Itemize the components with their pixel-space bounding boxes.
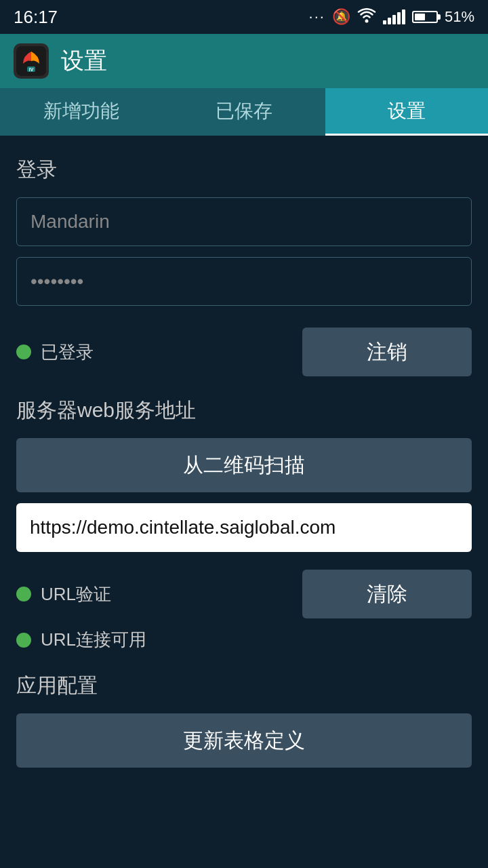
app-header: IV 设置: [0, 34, 488, 88]
clear-url-button[interactable]: 清除: [302, 570, 472, 618]
url-available-row: URL连接可用: [16, 628, 472, 652]
status-time: 16:17: [14, 7, 58, 28]
battery-icon: 51%: [412, 8, 474, 26]
url-available-dot: [16, 633, 31, 648]
svg-text:IV: IV: [29, 67, 34, 72]
url-verify-row: URL验证 清除: [16, 570, 472, 618]
url-verified-dot: [16, 587, 31, 601]
tabs-bar: 新增功能 已保存 设置: [0, 88, 488, 136]
wifi-icon: [357, 8, 376, 26]
url-available-label: URL连接可用: [41, 628, 146, 652]
signal-strength-icon: [383, 9, 405, 24]
logged-in-dot: [16, 344, 31, 359]
login-section: 登录 已登录 注销: [16, 156, 472, 376]
battery-percent: 51%: [445, 8, 474, 26]
app-logo: IV: [14, 43, 49, 79]
page-title: 设置: [61, 45, 107, 77]
server-url-input[interactable]: [16, 503, 472, 552]
password-input[interactable]: [16, 257, 472, 306]
server-section: 服务器web服务地址 从二维码扫描 URL验证 清除 URL连接可用: [16, 397, 472, 652]
scan-qr-button[interactable]: 从二维码扫描: [16, 438, 472, 492]
url-verified-status: URL验证: [16, 583, 111, 606]
update-table-button[interactable]: 更新表格定义: [16, 713, 472, 768]
server-section-title: 服务器web服务地址: [16, 397, 472, 425]
app-config-section: 应用配置 更新表格定义: [16, 672, 472, 768]
tab-settings[interactable]: 设置: [325, 88, 488, 136]
login-section-title: 登录: [16, 156, 472, 184]
app-config-title: 应用配置: [16, 672, 472, 700]
signal-icon: ···: [309, 8, 325, 26]
logged-in-label: 已登录: [41, 340, 94, 364]
cancel-login-button[interactable]: 注销: [302, 328, 472, 376]
settings-content: 登录 已登录 注销 服务器web服务地址 从二维码扫描 URL验证 清: [0, 136, 488, 788]
status-bar: 16:17 ··· 🔕 51%: [0, 0, 488, 34]
mute-icon: 🔕: [332, 8, 350, 26]
logged-in-status: 已登录: [16, 340, 94, 364]
username-input[interactable]: [16, 197, 472, 246]
tab-new-features[interactable]: 新增功能: [0, 88, 163, 136]
tab-saved[interactable]: 已保存: [163, 88, 325, 136]
url-verified-label: URL验证: [41, 583, 111, 606]
login-status-row: 已登录 注销: [16, 328, 472, 376]
status-icons: ··· 🔕 51%: [309, 8, 474, 26]
svg-point-0: [365, 19, 368, 22]
